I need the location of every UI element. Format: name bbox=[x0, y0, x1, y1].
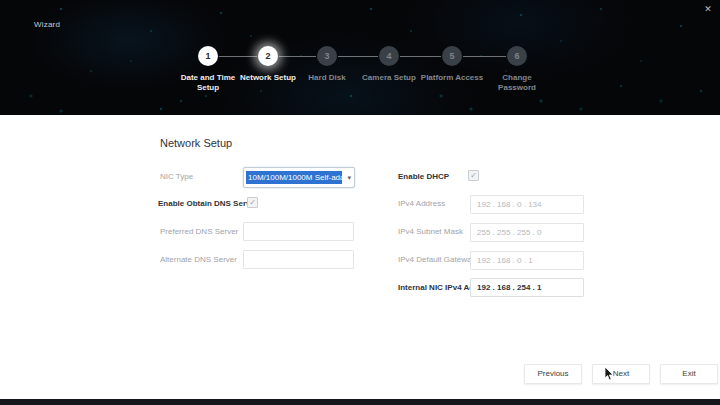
mouse-cursor-icon bbox=[604, 367, 615, 385]
window-title: Wizard bbox=[34, 20, 60, 29]
ipv4-subnet-label: IPv4 Subnet Mask bbox=[398, 227, 463, 236]
step-2-label: Network Setup bbox=[236, 73, 300, 83]
ipv4-gateway-input[interactable]: 192 . 168 . 0 . 1 bbox=[470, 251, 584, 270]
step-change-password: 6 Change Password bbox=[485, 46, 549, 93]
starfield-decoration bbox=[0, 0, 2, 2]
step-1-circle[interactable]: 1 bbox=[198, 46, 218, 66]
step-4-label: Camera Setup bbox=[357, 73, 421, 83]
alternate-dns-input[interactable] bbox=[243, 250, 354, 269]
obtain-dns-checkbox[interactable]: ✓ bbox=[247, 197, 258, 208]
step-6-circle[interactable]: 6 bbox=[507, 46, 527, 66]
step-5-label: Platform Access bbox=[420, 73, 484, 83]
step-3-label: Hard Disk bbox=[295, 73, 359, 83]
ipv4-subnet-input[interactable]: 255 . 255 . 255 . 0 bbox=[470, 223, 584, 242]
ipv4-gateway-label: IPv4 Default Gateway bbox=[398, 255, 475, 264]
previous-button[interactable]: Previous bbox=[524, 364, 582, 384]
step-camera-setup: 4 Camera Setup bbox=[357, 46, 421, 83]
page-title: Network Setup bbox=[160, 137, 232, 149]
step-platform-access: 5 Platform Access bbox=[420, 46, 484, 83]
step-hard-disk: 3 Hard Disk bbox=[295, 46, 359, 83]
network-setup-panel: Network Setup NIC Type 10M/100M/1000M Se… bbox=[0, 115, 720, 399]
wizard-header: Wizard ✕ 1 Date and Time Setup 2 Network… bbox=[0, 0, 720, 115]
internal-nic-input[interactable]: 192 . 168 . 254 . 1 bbox=[470, 278, 584, 297]
step-1-label: Date and Time Setup bbox=[176, 73, 240, 93]
chevron-down-icon: ▾ bbox=[347, 174, 351, 182]
step-4-circle[interactable]: 4 bbox=[379, 46, 399, 66]
close-icon[interactable]: ✕ bbox=[702, 3, 714, 15]
ipv4-address-label: IPv4 Address bbox=[398, 199, 445, 208]
step-date-time-setup: 1 Date and Time Setup bbox=[176, 46, 240, 93]
nic-type-label: NIC Type bbox=[160, 172, 193, 181]
step-3-circle[interactable]: 3 bbox=[317, 46, 337, 66]
ipv4-address-input[interactable]: 192 . 168 . 0 . 134 bbox=[470, 195, 584, 214]
step-2-circle[interactable]: 2 bbox=[258, 46, 278, 66]
step-6-label: Change Password bbox=[485, 73, 549, 93]
enable-dhcp-checkbox[interactable]: ✓ bbox=[468, 170, 479, 181]
step-5-circle[interactable]: 5 bbox=[442, 46, 462, 66]
exit-button[interactable]: Exit bbox=[660, 364, 718, 384]
alternate-dns-label: Alternate DNS Server bbox=[160, 255, 237, 264]
nic-type-selected-value: 10M/100M/1000M Self-adap bbox=[246, 171, 342, 184]
enable-dhcp-label: Enable DHCP bbox=[398, 172, 449, 181]
wizard-window: Wizard ✕ 1 Date and Time Setup 2 Network… bbox=[0, 0, 720, 405]
step-network-setup: 2 Network Setup bbox=[236, 46, 300, 83]
next-button[interactable]: Next bbox=[592, 364, 650, 384]
nic-type-select[interactable]: 10M/100M/1000M Self-adap ▾ bbox=[243, 167, 355, 188]
obtain-dns-label: Enable Obtain DNS Serv... bbox=[158, 199, 257, 208]
preferred-dns-label: Preferred DNS Server bbox=[160, 227, 238, 236]
preferred-dns-input[interactable] bbox=[243, 222, 354, 241]
bottom-taskbar-strip bbox=[0, 399, 720, 405]
